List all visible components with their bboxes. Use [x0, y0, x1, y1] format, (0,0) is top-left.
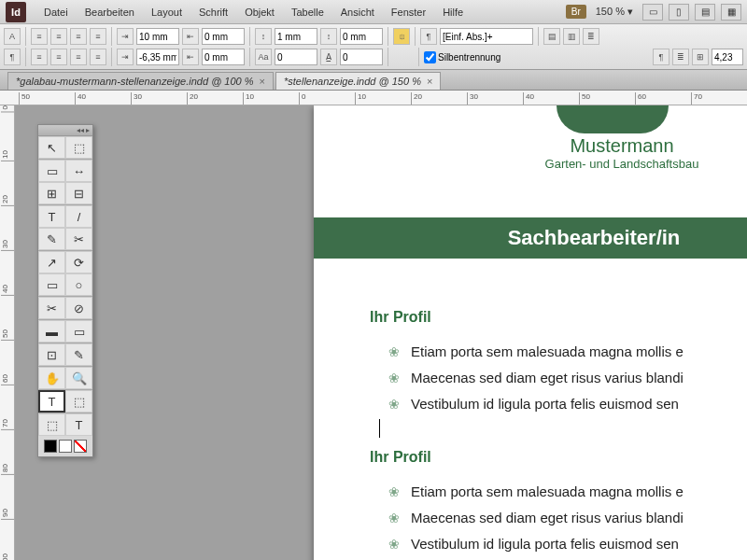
menu-window[interactable]: Fenster — [383, 7, 434, 18]
panel-header[interactable]: ◂◂ ▸ — [38, 125, 92, 136]
char-mode-icon[interactable]: A — [4, 28, 21, 45]
tool-button[interactable]: ▭ — [38, 160, 65, 182]
space-after-icon: ↕ — [320, 28, 337, 45]
canvas[interactable]: Mustermann Garten- und Landschaftsbau Sa… — [15, 105, 747, 560]
tool-button[interactable]: ✂ — [65, 228, 92, 250]
align-left-icon[interactable]: ≡ — [31, 28, 48, 45]
hyphenation-check[interactable]: Silbentrennung — [424, 51, 500, 63]
menu-type[interactable]: Schrift — [190, 7, 236, 18]
tool-button[interactable]: ⬚ — [65, 136, 92, 159]
tools-panel[interactable]: ◂◂ ▸ ↖⬚▭↔⊞⊟T/✎✂↗⟳▭○✂⊘▬▭⊡✎✋🔍T⬚⬚T — [37, 124, 93, 457]
control-panel: A ≡ ≡ ≡ ≡ ⇥ ⇤ ↕ ↕ ⎅ ¶ ▤ ▥ ≣ ¶ ≡ ≡ ≡ ≡ ⇥ … — [0, 24, 747, 70]
indent-right-icon: ⇤ — [182, 28, 199, 45]
grid-icon[interactable]: ≣ — [672, 49, 689, 65]
company-subtitle: Garten- und Landschaftsbau — [519, 157, 725, 171]
baseline-grid-icon[interactable]: ⊞ — [692, 49, 709, 65]
tool-button[interactable]: ○ — [65, 273, 92, 296]
flower-icon: ❀ — [388, 505, 400, 531]
tool-button[interactable]: T — [38, 390, 65, 413]
tool-button[interactable]: ▬ — [38, 320, 65, 343]
menu-table[interactable]: Tabelle — [283, 7, 332, 18]
tab-doc-1[interactable]: *galabau-mustermann-stellenanzeige.indd … — [7, 72, 274, 90]
section-heading-1: Ihr Profil — [370, 309, 431, 326]
close-icon[interactable]: × — [427, 76, 432, 87]
close-icon[interactable]: × — [260, 76, 265, 87]
stroke-swatch[interactable] — [59, 440, 72, 453]
tool-button[interactable]: ▭ — [65, 320, 92, 343]
tool-button[interactable]: ✎ — [38, 228, 65, 250]
tool-button[interactable]: T — [65, 413, 92, 436]
align-justify-icon[interactable]: ≡ — [90, 28, 106, 45]
tool-button[interactable]: ⊡ — [38, 343, 65, 366]
screen-mode-icon[interactable]: ▦ — [721, 4, 741, 21]
list-item: ❀Vestibulum id ligula porta felis euismo… — [388, 391, 684, 417]
tool-button[interactable]: ✋ — [38, 367, 65, 389]
company-block: Mustermann Garten- und Landschaftsbau — [519, 135, 725, 171]
first-line-icon: ⇥ — [117, 49, 134, 65]
tool-button[interactable]: / — [65, 205, 92, 228]
last-line-field[interactable] — [202, 49, 245, 65]
space-before-icon: ↕ — [255, 28, 272, 45]
para-mode-icon[interactable]: ¶ — [4, 49, 21, 65]
tool-button[interactable]: ⊘ — [65, 297, 92, 319]
menu-object[interactable]: Objekt — [236, 7, 283, 18]
menu-bar: Id Datei Bearbeiten Layout Schrift Objek… — [0, 0, 747, 24]
menu-layout[interactable]: Layout — [143, 7, 190, 18]
justify-3-icon[interactable]: ≡ — [70, 49, 87, 65]
tool-button[interactable]: ⟳ — [65, 251, 92, 273]
tool-button[interactable]: ✂ — [38, 297, 65, 319]
indent-left-field[interactable] — [136, 28, 179, 45]
first-line-field[interactable] — [136, 49, 179, 65]
tool-button[interactable]: 🔍 — [65, 367, 92, 389]
grid-align-icon[interactable]: ≣ — [583, 28, 599, 45]
menu-edit[interactable]: Bearbeiten — [77, 7, 143, 18]
tool-button[interactable]: ⬚ — [65, 390, 92, 413]
menu-file[interactable]: Datei — [35, 7, 77, 18]
col-gap-field[interactable] — [712, 49, 743, 65]
bridge-button[interactable]: Br — [566, 5, 586, 19]
columns-icon[interactable]: ▤ — [543, 28, 560, 45]
baseline-field[interactable] — [275, 49, 317, 65]
tool-button[interactable]: ⊟ — [65, 182, 92, 204]
tool-button[interactable]: ↔ — [65, 160, 92, 182]
tool-button[interactable]: ⬚ — [38, 413, 65, 436]
logo-shape — [557, 105, 669, 133]
tool-button[interactable]: ↗ — [38, 251, 65, 273]
tool-button[interactable]: ▭ — [38, 273, 65, 296]
zoom-select[interactable]: 150 % ▾ — [592, 5, 637, 19]
span-icon[interactable]: ▥ — [563, 28, 580, 45]
none-swatch[interactable] — [74, 440, 87, 453]
bullet-list-2: ❀Etiam porta sem malesuada magna mollis … — [388, 479, 684, 557]
view-mode-2-icon[interactable]: ▯ — [669, 4, 689, 21]
horizontal-ruler[interactable]: 5040302010010203040506070 — [0, 91, 747, 105]
tool-button[interactable]: ✎ — [65, 343, 92, 366]
tool-button[interactable]: ⊞ — [38, 182, 65, 204]
para-style-select[interactable] — [440, 28, 533, 45]
view-mode-3-icon[interactable]: ▤ — [695, 4, 715, 21]
fill-swatch[interactable] — [44, 440, 57, 453]
text-cursor — [379, 419, 380, 438]
view-mode-1-icon[interactable]: ▭ — [642, 4, 663, 21]
highlight-icon[interactable]: ⎅ — [393, 28, 410, 45]
menu-help[interactable]: Hilfe — [434, 7, 472, 18]
indent-right-field[interactable] — [202, 28, 245, 45]
workspace: 5040302010010203040506070 01020304050607… — [0, 91, 747, 560]
align-right-icon[interactable]: ≡ — [70, 28, 87, 45]
dropcap-field[interactable] — [340, 49, 383, 65]
vertical-ruler[interactable]: 0102030405060708090100 — [0, 105, 15, 560]
justify-4-icon[interactable]: ≡ — [90, 49, 106, 65]
tool-button[interactable]: ↖ — [38, 136, 65, 159]
tab-doc-2[interactable]: *stellenanzeige.indd @ 150 %× — [275, 72, 441, 90]
space-before-field[interactable] — [275, 28, 317, 45]
justify-1-icon[interactable]: ≡ — [31, 49, 48, 65]
document-page[interactable]: Mustermann Garten- und Landschaftsbau Sa… — [314, 105, 747, 560]
tool-button[interactable]: T — [38, 205, 65, 228]
para-style-icon: ¶ — [420, 28, 437, 45]
baseline-icon: Aa — [255, 49, 272, 65]
last-line-icon: ⇤ — [182, 49, 199, 65]
justify-2-icon[interactable]: ≡ — [50, 49, 67, 65]
menu-view[interactable]: Ansicht — [332, 7, 383, 18]
space-after-field[interactable] — [340, 28, 383, 45]
pilcrow-icon[interactable]: ¶ — [653, 49, 669, 65]
align-center-icon[interactable]: ≡ — [50, 28, 67, 45]
